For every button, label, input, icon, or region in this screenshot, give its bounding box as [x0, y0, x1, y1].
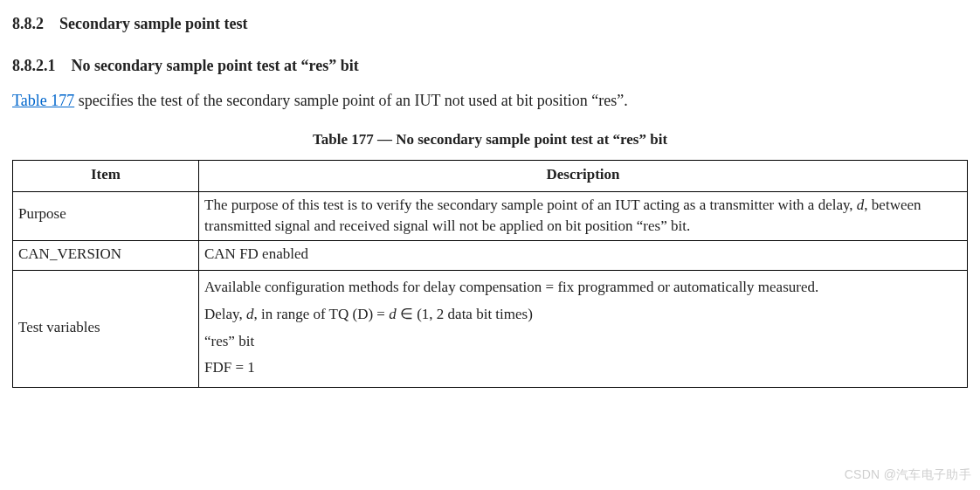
test-var-line-4: FDF = 1: [204, 357, 962, 379]
intro-text: specifies the test of the secondary samp…: [74, 92, 628, 109]
header-description: Description: [199, 160, 968, 191]
section-number: 8.8.2: [12, 15, 44, 32]
intro-paragraph: Table 177 specifies the test of the seco…: [12, 89, 968, 112]
cell-item-can-version: CAN_VERSION: [13, 240, 199, 271]
cell-item-purpose: Purpose: [13, 191, 199, 240]
cell-desc-purpose: The purpose of this test is to verify th…: [199, 191, 968, 240]
test-var-line-1: Available configuration methods for dela…: [204, 277, 962, 299]
section-heading-8-8-2-1: 8.8.2.1 No secondary sample point test a…: [12, 54, 968, 77]
cell-desc-can-version: CAN FD enabled: [199, 240, 968, 271]
table-row: Purpose The purpose of this test is to v…: [13, 191, 968, 240]
table-row: Test variables Available configuration m…: [13, 271, 968, 388]
cell-item-test-variables: Test variables: [13, 271, 199, 388]
spec-table: Item Description Purpose The purpose of …: [12, 160, 968, 388]
table-caption: Table 177 — No secondary sample point te…: [12, 129, 968, 151]
subsection-title: No secondary sample point test at “res” …: [72, 57, 359, 74]
section-title: Secondary sample point test: [59, 15, 248, 32]
header-item: Item: [13, 160, 199, 191]
table-177-link[interactable]: Table 177: [12, 92, 74, 109]
cell-desc-test-variables: Available configuration methods for dela…: [199, 271, 968, 388]
test-var-line-3: “res” bit: [204, 331, 962, 353]
table-header-row: Item Description: [13, 160, 968, 191]
section-heading-8-8-2: 8.8.2 Secondary sample point test: [12, 12, 968, 35]
subsection-number: 8.8.2.1: [12, 57, 56, 74]
test-var-line-2: Delay, d, in range of TQ (D) = d ∈ (1, 2…: [204, 304, 962, 326]
table-row: CAN_VERSION CAN FD enabled: [13, 240, 968, 271]
